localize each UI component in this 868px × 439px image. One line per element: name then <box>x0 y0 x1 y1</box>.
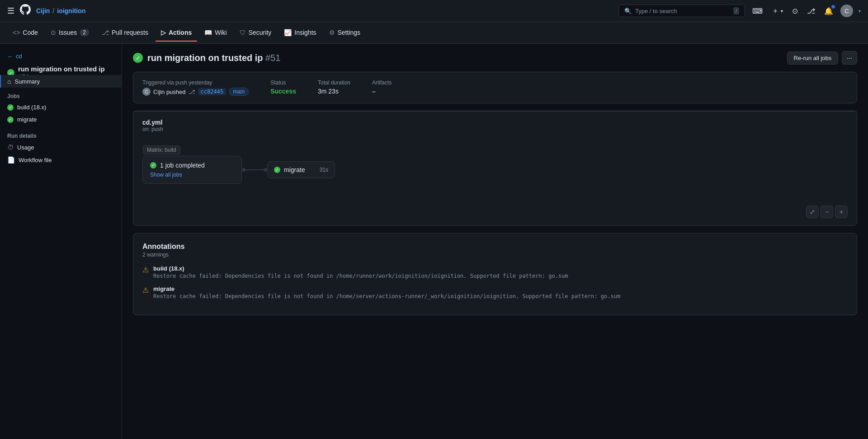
zoom-out-button[interactable]: − <box>821 205 833 218</box>
top-nav: ☰ Cijin / ioignition 🔍 Type / to search … <box>0 0 868 22</box>
build-label: build (18.x) <box>17 104 46 111</box>
tab-security[interactable]: 🛡 Security <box>234 24 277 42</box>
sidebar-item-build[interactable]: ✓ build (18.x) <box>0 101 122 113</box>
workflow-file-icon: 📄 <box>7 156 15 163</box>
more-options-button[interactable]: ··· <box>842 51 857 65</box>
top-nav-right: 🔍 Type / to search / ⌨ ＋ ▾ ⊙ ⎇ 🔔 C ▾ <box>618 5 861 18</box>
back-link-label: cd <box>16 53 22 60</box>
triggered-col: Triggered via push yesterday C Cijin pus… <box>142 79 249 96</box>
workflow-section: cd.yml on: push Matrix: build ✓ 1 job co… <box>133 111 857 225</box>
repo-nav: <> Code ⊙ Issues 2 ⎇ Pull requests ▷ Act… <box>0 22 868 44</box>
annotations-count: 2 warnings <box>142 252 848 258</box>
actions-icon: ▷ <box>161 29 166 36</box>
diagram-controls: ⤢ − + <box>142 205 848 218</box>
info-row: Triggered via push yesterday C Cijin pus… <box>133 72 857 103</box>
zoom-in-button[interactable]: + <box>835 205 848 218</box>
annotation-item-migrate: ⚠ migrate Restore cache failed: Dependen… <box>142 285 848 299</box>
sidebar-item-usage[interactable]: ⏱ Usage <box>0 141 122 154</box>
main-content: ✓ run migration on trusted ip #51 Re-run… <box>122 44 868 439</box>
tab-actions[interactable]: ▷ Actions <box>156 24 197 42</box>
breadcrumb-owner[interactable]: Cijin <box>36 7 50 14</box>
sidebar-item-summary[interactable]: ⌂ Summary <box>0 75 122 88</box>
triggered-label: Triggered via push yesterday <box>142 79 249 86</box>
annotation-migrate-message: Restore cache failed: Dependencies file … <box>153 293 620 299</box>
commit-row: C Cijin pushed ⎇ cc82445 main <box>142 88 249 96</box>
notification-dot <box>831 5 835 9</box>
fit-view-button[interactable]: ⤢ <box>806 205 819 218</box>
sidebar-item-migrate[interactable]: ✓ migrate <box>0 113 122 126</box>
sidebar: ← cd ✓ run migration on trusted ip #51 J… <box>0 44 122 439</box>
code-icon: <> <box>13 29 20 36</box>
create-button[interactable]: ＋ ▾ <box>770 5 785 18</box>
pr-icon: ⎇ <box>102 29 109 36</box>
issues-badge: 2 <box>80 29 89 36</box>
build-job-box[interactable]: Matrix: build ✓ 1 job completed Show all… <box>142 156 242 184</box>
run-info-card: Triggered via push yesterday C Cijin pus… <box>133 72 857 103</box>
migrate-job-label: migrate <box>284 166 305 173</box>
sidebar-item-workflow-file[interactable]: 📄 Workflow file <box>0 154 122 166</box>
annotation-build-content: build (18.x) Restore cache failed: Depen… <box>153 265 568 279</box>
pull-requests-button[interactable]: ⎇ <box>805 5 817 17</box>
workflow-diagram: Matrix: build ✓ 1 job completed Show all… <box>142 140 848 202</box>
warning-icon-build: ⚠ <box>142 266 149 274</box>
duration-col: Total duration 3m 23s <box>318 79 350 95</box>
tab-wiki[interactable]: 📖 Wiki <box>199 24 232 42</box>
tab-insights-label: Insights <box>294 29 316 36</box>
artifacts-col: Artifacts – <box>372 79 392 95</box>
search-box[interactable]: 🔍 Type / to search / <box>618 5 745 17</box>
pusher-avatar: C <box>142 88 151 96</box>
annotation-build-job: build (18.x) <box>153 265 568 272</box>
migrate-complete-icon: ✓ <box>274 167 280 173</box>
security-icon: 🛡 <box>240 29 246 36</box>
page-run-number: #51 <box>265 53 280 63</box>
annotations-content: Annotations 2 warnings ⚠ build (18.x) Re… <box>133 234 857 315</box>
settings-icon: ⚙ <box>329 29 335 36</box>
back-link[interactable]: ← cd <box>0 51 122 65</box>
rerun-all-button[interactable]: Re-run all jobs <box>787 51 839 65</box>
hamburger-icon[interactable]: ☰ <box>7 6 14 16</box>
terminal-button[interactable]: ⌨ <box>750 5 764 17</box>
back-arrow-icon: ← <box>7 53 13 60</box>
pusher-name: Cijin pushed <box>153 89 186 95</box>
migrate-label: migrate <box>17 116 37 123</box>
branch-badge[interactable]: main <box>229 88 249 96</box>
annotations-card: Annotations 2 warnings ⚠ build (18.x) Re… <box>133 233 857 315</box>
build-status-icon: ✓ <box>7 104 14 111</box>
issues-button[interactable]: ⊙ <box>790 5 800 17</box>
user-avatar[interactable]: C <box>840 5 853 17</box>
artifacts-label: Artifacts <box>372 79 392 86</box>
duration-label: Total duration <box>318 79 350 86</box>
commit-hash[interactable]: cc82445 <box>198 88 226 95</box>
workflow-trigger: on: push <box>142 126 848 132</box>
breadcrumb-repo[interactable]: ioignition <box>57 7 85 14</box>
run-details-label: Run details <box>0 126 122 141</box>
build-complete-icon: ✓ <box>150 162 156 168</box>
workflow-diagram-card: cd.yml on: push Matrix: build ✓ 1 job co… <box>133 111 857 226</box>
page-title: run migration on trusted ip #51 <box>147 53 280 63</box>
tab-pull-requests[interactable]: ⎇ Pull requests <box>96 24 154 42</box>
notifications-button[interactable]: 🔔 <box>822 5 835 17</box>
tab-actions-label: Actions <box>169 29 192 36</box>
artifacts-value: – <box>372 88 392 95</box>
page-header: ✓ run migration on trusted ip #51 Re-run… <box>133 51 857 65</box>
tab-code[interactable]: <> Code <box>7 24 43 42</box>
github-logo <box>20 4 31 18</box>
search-placeholder: Type / to search <box>635 8 677 14</box>
show-all-jobs-link[interactable]: Show all jobs <box>150 172 182 178</box>
wiki-icon: 📖 <box>204 29 212 36</box>
page-status-icon: ✓ <box>133 53 143 63</box>
tab-settings[interactable]: ⚙ Settings <box>324 24 366 42</box>
migrate-duration: 31s <box>320 167 328 173</box>
tab-insights[interactable]: 📈 Insights <box>278 24 321 42</box>
tab-issues[interactable]: ⊙ Issues 2 <box>45 24 94 42</box>
connector-dot-right <box>264 168 267 172</box>
connector-line <box>245 169 264 170</box>
connector-dot-left <box>242 168 245 172</box>
avatar-chevron[interactable]: ▾ <box>859 9 861 14</box>
migrate-job-box[interactable]: ✓ migrate 31s <box>267 161 335 178</box>
jobs-section-label: Jobs <box>0 89 122 101</box>
job-completed-text: 1 job completed <box>160 162 205 169</box>
migrate-status-icon: ✓ <box>7 117 14 123</box>
content-area: ← cd ✓ run migration on trusted ip #51 J… <box>0 44 868 439</box>
matrix-label: Matrix: build <box>143 145 180 154</box>
